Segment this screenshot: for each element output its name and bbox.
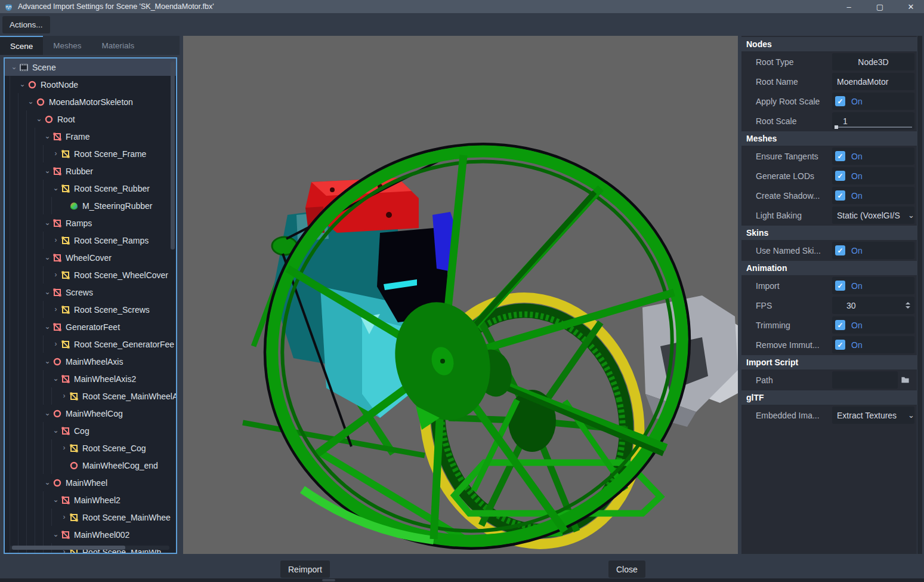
checkbox-checked-icon[interactable]: ✓ — [835, 171, 845, 181]
chevron-down-icon[interactable]: ⌄ — [51, 422, 60, 439]
checkbox-checked-icon[interactable]: ✓ — [835, 320, 845, 330]
checkbox-checked-icon[interactable]: ✓ — [835, 151, 845, 161]
section-header-skins[interactable]: Skins — [741, 226, 917, 240]
reimport-button[interactable]: Reimport — [280, 561, 330, 578]
section-header-nodes[interactable]: Nodes — [741, 37, 917, 51]
chevron-right-icon[interactable]: › — [51, 266, 60, 284]
indent-guide — [10, 145, 18, 162]
tree-item-generatorfeet[interactable]: ⌄GeneratorFeet — [5, 318, 176, 335]
tree-item-ramps[interactable]: ⌄Ramps — [5, 214, 176, 232]
tree-item-wheelcover[interactable]: ⌄WheelCover — [5, 249, 176, 266]
chevron-down-icon[interactable]: ⌄ — [51, 370, 60, 387]
chevron-down-icon[interactable]: ⌄ — [43, 405, 52, 422]
tab-materials[interactable]: Materials — [92, 36, 145, 55]
chevron-down-icon[interactable]: ⌄ — [51, 491, 60, 509]
chevron-right-icon[interactable]: › — [60, 439, 69, 457]
checkbox-checked-icon[interactable]: ✓ — [835, 281, 845, 291]
chevron-right-icon[interactable]: › — [60, 509, 69, 526]
chevron-down-icon[interactable]: ⌄ — [43, 353, 52, 370]
tree-item-label: Root Scene_MainWheelA — [82, 392, 177, 401]
folder-icon[interactable] — [898, 371, 912, 389]
chevron-right-icon[interactable]: › — [60, 387, 69, 405]
chevron-down-icon[interactable]: ⌄ — [43, 284, 52, 301]
tree-item-scene[interactable]: ⌄Scene — [5, 58, 176, 76]
tree-item-root-scene-mainwheela[interactable]: ›Root Scene_MainWheelA — [5, 387, 176, 405]
tree-item-root-scene-generatorfee[interactable]: ›Root Scene_GeneratorFee — [5, 335, 176, 353]
tree-item-root-scene-mainwhee[interactable]: ›Root Scene_MainWhee — [5, 509, 176, 526]
tree-item-mainwheel[interactable]: ⌄MainWheel — [5, 474, 176, 491]
chevron-right-icon[interactable]: › — [51, 232, 60, 249]
chevron-right-icon[interactable]: › — [51, 301, 60, 318]
chevron-down-icon[interactable]: ⌄ — [43, 128, 52, 145]
tree-item-mainwheelcog[interactable]: ⌄MainWheelCog — [5, 405, 176, 422]
path-field[interactable] — [832, 371, 898, 389]
chevron-down-icon[interactable]: ⌄ — [43, 318, 52, 335]
section-header-gltf[interactable]: glTF — [741, 390, 917, 405]
inspector-scrollbar-track[interactable] — [917, 36, 922, 554]
indent-guide — [43, 422, 51, 439]
embedded-ima-dropdown[interactable]: Extract Textures⌄ — [832, 407, 914, 424]
section-header-import-script[interactable]: Import Script — [741, 355, 917, 369]
tree-item-mainwheel002[interactable]: ⌄MainWheel002 — [5, 526, 176, 543]
chevron-down-icon[interactable]: ⌄ — [26, 93, 35, 110]
tree-item-m-steeringrubber[interactable]: M_SteeringRubber — [5, 197, 176, 214]
section-header-animation[interactable]: Animation — [741, 261, 917, 275]
tab-scene[interactable]: Scene — [0, 36, 43, 55]
bottom-scrollbar-track[interactable] — [0, 578, 924, 582]
chevron-down-icon[interactable]: ⌄ — [18, 76, 27, 93]
maximize-button[interactable]: ▢ — [875, 2, 885, 11]
mesh-red-icon — [61, 426, 70, 436]
checkbox-checked-icon[interactable]: ✓ — [835, 245, 845, 255]
checkbox-checked-icon[interactable]: ✓ — [835, 340, 845, 350]
tree-item-mainwheelaxis[interactable]: ⌄MainWheelAxis — [5, 353, 176, 370]
actions-button[interactable]: Actions... — [2, 16, 50, 33]
chevron-down-icon[interactable]: ⌄ — [43, 162, 52, 180]
tree-item-mainwheelcog-end[interactable]: MainWheelCog_end — [5, 457, 176, 474]
tree-item-root-scene-wheelcover[interactable]: ›Root Scene_WheelCover — [5, 266, 176, 284]
checkbox-checked-icon[interactable]: ✓ — [835, 96, 845, 106]
tree-item-root-scene-cog[interactable]: ›Root Scene_Cog — [5, 439, 176, 457]
tree-item-root-scene-ramps[interactable]: ›Root Scene_Ramps — [5, 232, 176, 249]
chevron-down-icon[interactable]: ⌄ — [43, 474, 52, 491]
light-baking-dropdown[interactable]: Static (VoxelGI/S⌄ — [832, 207, 914, 224]
indent-guide — [43, 526, 51, 543]
bottom-scrollbar-thumb[interactable] — [322, 579, 335, 581]
tree-item-frame[interactable]: ⌄Frame — [5, 128, 176, 145]
slider-track[interactable] — [835, 127, 912, 128]
3d-viewport[interactable] — [183, 36, 738, 554]
tree-item-rubber[interactable]: ⌄Rubber — [5, 162, 176, 180]
chevron-right-icon[interactable]: › — [51, 335, 60, 353]
chevron-right-icon[interactable]: › — [51, 145, 60, 162]
section-header-meshes[interactable]: Meshes — [741, 131, 917, 146]
tree-item-root-scene-screws[interactable]: ›Root Scene_Screws — [5, 301, 176, 318]
tree-item-mainwheelaxis2[interactable]: ⌄MainWheelAxis2 — [5, 370, 176, 387]
chevron-down-icon[interactable]: ⌄ — [51, 526, 60, 543]
tree-item-root-scene-frame[interactable]: ›Root Scene_Frame — [5, 145, 176, 162]
root-scale-spin-slider[interactable]: 1 — [832, 112, 914, 130]
slider-grabber[interactable] — [835, 125, 838, 129]
tree-item-root-scene-rubber[interactable]: ⌄Root Scene_Rubber — [5, 180, 176, 197]
tree-vertical-scrollbar[interactable] — [171, 61, 175, 250]
fps-spinbox[interactable]: 30 — [832, 297, 914, 314]
tree-item-rootnode[interactable]: ⌄RootNode — [5, 76, 176, 93]
root-name-field[interactable]: MoendaMotor — [832, 73, 914, 90]
tree-item-cog[interactable]: ⌄Cog — [5, 422, 176, 439]
tree-horizontal-scrollbar[interactable] — [12, 546, 125, 550]
spinbox-updown-icon[interactable] — [906, 297, 910, 314]
chevron-down-icon[interactable]: ⌄ — [51, 180, 60, 197]
chevron-down-icon[interactable]: ⌄ — [35, 110, 44, 128]
tree-item-screws[interactable]: ⌄Screws — [5, 284, 176, 301]
tree-item-moendamotorskeleton[interactable]: ⌄MoendaMotorSkeleton — [5, 93, 176, 110]
close-button[interactable]: Close — [608, 561, 645, 578]
tree-item-root[interactable]: ⌄Root — [5, 110, 176, 128]
chevron-down-icon[interactable]: ⌄ — [43, 214, 52, 232]
close-button[interactable]: ✕ — [906, 2, 916, 11]
root-type-button[interactable]: Node3D — [832, 53, 914, 70]
minimize-button[interactable]: – — [844, 2, 854, 11]
tab-meshes[interactable]: Meshes — [43, 36, 91, 55]
chevron-down-icon[interactable]: ⌄ — [43, 249, 52, 266]
chevron-down-icon[interactable]: ⌄ — [10, 58, 18, 76]
indent-guide — [10, 509, 18, 526]
tree-item-mainwheel2[interactable]: ⌄MainWheel2 — [5, 491, 176, 509]
checkbox-checked-icon[interactable]: ✓ — [835, 190, 845, 201]
